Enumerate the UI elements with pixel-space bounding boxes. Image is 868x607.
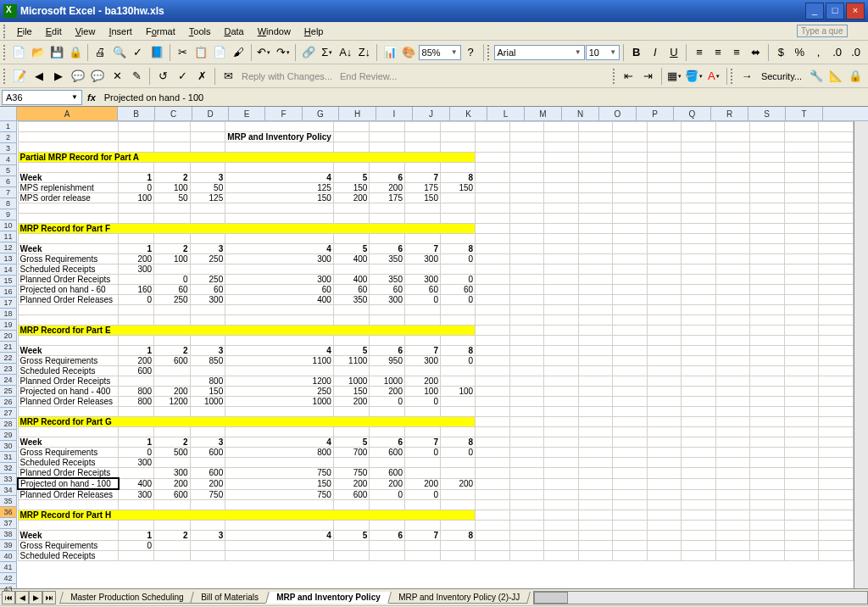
- cell[interactable]: [647, 458, 682, 468]
- sheet-tab[interactable]: Master Production Scheduling: [59, 592, 194, 604]
- cell[interactable]: [190, 315, 225, 326]
- cell[interactable]: [647, 214, 682, 224]
- cell[interactable]: 6: [370, 346, 405, 356]
- cell[interactable]: [750, 163, 785, 173]
- cell[interactable]: 200: [119, 356, 154, 366]
- cell[interactable]: 600: [370, 448, 405, 458]
- cell[interactable]: [333, 551, 370, 561]
- cell[interactable]: [544, 203, 579, 214]
- cell[interactable]: 2: [154, 531, 191, 541]
- cell[interactable]: [154, 163, 191, 173]
- cell[interactable]: [154, 500, 191, 510]
- cell[interactable]: [509, 489, 544, 500]
- cell[interactable]: [509, 346, 544, 356]
- cell[interactable]: [119, 214, 154, 224]
- menu-view[interactable]: View: [69, 25, 103, 38]
- cell[interactable]: [784, 122, 819, 132]
- cell[interactable]: [819, 397, 854, 407]
- cell[interactable]: [819, 387, 854, 397]
- cell[interactable]: [750, 234, 785, 244]
- cell[interactable]: [682, 173, 716, 183]
- cell[interactable]: [225, 427, 334, 437]
- cell[interactable]: [154, 366, 191, 376]
- cell[interactable]: [647, 326, 682, 336]
- cell[interactable]: [819, 541, 854, 551]
- cell[interactable]: [784, 541, 819, 551]
- cell[interactable]: [578, 224, 613, 234]
- cell[interactable]: [784, 448, 819, 458]
- cell[interactable]: Planned Order Receipts: [18, 376, 119, 387]
- cell[interactable]: 5: [333, 173, 370, 183]
- cell[interactable]: [440, 366, 475, 376]
- cell[interactable]: [819, 254, 854, 265]
- cell[interactable]: [225, 214, 334, 224]
- cell[interactable]: [154, 541, 191, 551]
- cell[interactable]: [784, 305, 819, 315]
- cell[interactable]: [544, 142, 579, 153]
- cell[interactable]: [476, 489, 510, 500]
- row-header-18[interactable]: 18: [0, 309, 16, 320]
- cell[interactable]: 300: [225, 254, 334, 265]
- cell[interactable]: [370, 427, 405, 437]
- cell[interactable]: 350: [370, 254, 405, 265]
- cell[interactable]: [682, 244, 716, 254]
- cell[interactable]: 50: [190, 183, 225, 193]
- cell[interactable]: [578, 265, 613, 275]
- cell[interactable]: 7: [404, 437, 440, 448]
- cell[interactable]: [647, 478, 682, 489]
- cell[interactable]: [784, 315, 819, 326]
- cell[interactable]: [784, 437, 819, 448]
- cell[interactable]: 1100: [225, 356, 334, 366]
- sheet-tab[interactable]: Bill of Materials: [191, 592, 270, 604]
- cell[interactable]: [333, 407, 370, 417]
- cell[interactable]: [509, 366, 544, 376]
- autosum-button[interactable]: Σ: [318, 43, 336, 62]
- cell[interactable]: [784, 234, 819, 244]
- cell[interactable]: [647, 521, 682, 531]
- cell[interactable]: [578, 356, 613, 366]
- cell[interactable]: 200: [404, 478, 440, 489]
- cell[interactable]: [404, 214, 440, 224]
- cell[interactable]: [578, 468, 613, 479]
- cell[interactable]: [647, 448, 682, 458]
- menu-insert[interactable]: Insert: [102, 25, 139, 38]
- cell[interactable]: [819, 122, 854, 132]
- cell[interactable]: [647, 254, 682, 265]
- cell[interactable]: 150: [333, 183, 370, 193]
- cell[interactable]: [544, 500, 579, 510]
- cell[interactable]: 1: [119, 244, 154, 254]
- cell[interactable]: [370, 234, 405, 244]
- cell[interactable]: Planned Order Releases: [18, 397, 119, 407]
- cell[interactable]: [647, 142, 682, 153]
- cell[interactable]: [544, 244, 579, 254]
- cell[interactable]: 800: [119, 387, 154, 397]
- cell[interactable]: 200: [370, 387, 405, 397]
- cell[interactable]: [476, 234, 510, 244]
- cell[interactable]: [544, 356, 579, 366]
- cell[interactable]: 60: [404, 285, 440, 295]
- cell[interactable]: [476, 437, 510, 448]
- cell[interactable]: [647, 346, 682, 356]
- cell[interactable]: [440, 397, 475, 407]
- cell[interactable]: 2: [154, 437, 191, 448]
- cell[interactable]: [190, 458, 225, 468]
- cell[interactable]: [509, 326, 544, 336]
- cell[interactable]: [784, 500, 819, 510]
- vba-button[interactable]: 📐: [826, 67, 845, 86]
- cell[interactable]: [750, 203, 785, 214]
- row-header-21[interactable]: 21: [0, 342, 16, 353]
- cell[interactable]: [784, 326, 819, 336]
- cell[interactable]: 6: [370, 531, 405, 541]
- cell[interactable]: [544, 468, 579, 479]
- cell[interactable]: [404, 521, 440, 531]
- cell[interactable]: [370, 305, 405, 315]
- cell[interactable]: [613, 265, 648, 275]
- cell[interactable]: [578, 478, 613, 489]
- cell[interactable]: [476, 458, 510, 468]
- cell[interactable]: [647, 285, 682, 295]
- cell[interactable]: [819, 214, 854, 224]
- security-button[interactable]: Security...: [757, 70, 806, 83]
- cell[interactable]: [819, 275, 854, 285]
- cell[interactable]: 1200: [225, 376, 334, 387]
- cell[interactable]: [715, 142, 750, 153]
